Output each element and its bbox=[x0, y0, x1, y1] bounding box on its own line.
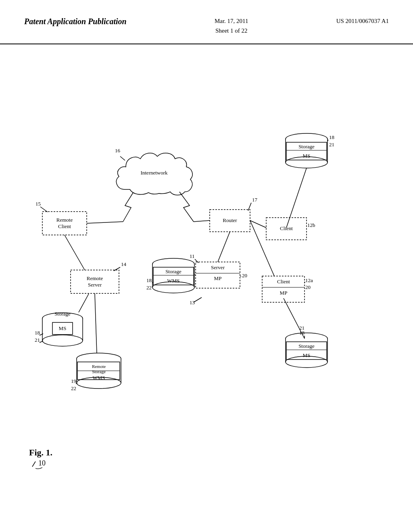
remote-server-label1: Remote bbox=[87, 275, 103, 281]
storage-ms-top-right: Storage MS 18 21 bbox=[286, 133, 334, 228]
storage-wms-center: Storage WMS 18 22 13 bbox=[146, 258, 202, 305]
ref-13: 13 bbox=[190, 299, 195, 305]
svg-line-0 bbox=[120, 156, 125, 160]
server-label: Server bbox=[211, 264, 225, 270]
remote-client-node: Remote Client 15 bbox=[35, 201, 123, 235]
ref-22-center: 22 bbox=[146, 285, 152, 291]
remote-client-label1: Remote bbox=[56, 217, 73, 223]
header: Patent Application Publication Mar. 17, … bbox=[0, 0, 413, 44]
ref-21-top-right: 21 bbox=[329, 141, 334, 148]
server-mp-node: Server MP 11 20 bbox=[190, 232, 247, 288]
storage-ms-bottom-right: Storage MS 18 21 bbox=[284, 298, 327, 368]
wms-label: WMS bbox=[92, 375, 105, 381]
ref-16: 16 bbox=[115, 148, 121, 154]
ref-20-server: 20 bbox=[242, 272, 247, 278]
ref-22-remote: 22 bbox=[71, 385, 76, 391]
storage-wms-center-label: Storage bbox=[165, 268, 181, 274]
svg-line-27 bbox=[95, 293, 97, 353]
svg-line-31 bbox=[240, 276, 241, 276]
ref-19: 19 bbox=[71, 378, 76, 384]
publication-date: Mar. 17, 2011 bbox=[215, 18, 248, 24]
ref-14: 14 bbox=[121, 261, 127, 267]
lightning-left bbox=[123, 193, 133, 222]
client-12b-label: Client bbox=[280, 225, 293, 231]
storage-ms-left-label: MS bbox=[59, 325, 67, 331]
wms-center-label: WMS bbox=[167, 278, 179, 284]
svg-line-3 bbox=[194, 220, 210, 222]
svg-line-9 bbox=[65, 235, 85, 270]
client-12a-node: Client MP 12a 20 bbox=[250, 220, 313, 302]
svg-line-5 bbox=[40, 207, 48, 212]
page: Patent Application Publication Mar. 17, … bbox=[0, 0, 413, 532]
ref-21-left: 21 bbox=[35, 337, 40, 343]
router-label: Router bbox=[223, 217, 237, 223]
patent-number: US 2011/0067037 A1 bbox=[336, 16, 389, 26]
ref-18-left: 18 bbox=[35, 330, 40, 336]
svg-line-58 bbox=[286, 168, 307, 228]
ref-11: 11 bbox=[190, 253, 195, 259]
svg-line-68 bbox=[32, 461, 35, 467]
remote-server-label2: Server bbox=[88, 282, 102, 288]
client-12b-node: Client 12b bbox=[250, 218, 315, 240]
internetwork-label: Internetwork bbox=[140, 170, 168, 176]
svg-line-42 bbox=[194, 297, 202, 302]
ref-12a: 12a bbox=[305, 277, 313, 283]
svg-line-67 bbox=[284, 298, 305, 339]
remote-server-node: Remote Server 14 bbox=[65, 235, 127, 293]
remote-storage-label2: Storage bbox=[92, 369, 106, 374]
fig-label: Fig. 1. bbox=[29, 447, 52, 457]
publication-title: Patent Application Publication bbox=[24, 16, 127, 27]
fig-number: 10 bbox=[38, 459, 46, 467]
ref-12b: 12b bbox=[307, 222, 315, 228]
ms-top-right-label: MS bbox=[303, 153, 311, 159]
svg-point-14 bbox=[42, 335, 83, 346]
storage-top-right-label: Storage bbox=[298, 143, 315, 150]
diagram-svg: Internetwork 16 Router 17 bbox=[0, 44, 413, 480]
client-12a-label: Client bbox=[277, 278, 290, 285]
svg-line-46 bbox=[250, 220, 274, 276]
svg-line-18 bbox=[79, 294, 89, 312]
ref-17: 17 bbox=[252, 197, 258, 203]
diagram-area: Internetwork 16 Router 17 bbox=[0, 44, 413, 480]
ref-15: 15 bbox=[35, 201, 41, 207]
ref-18-center: 18 bbox=[146, 277, 152, 283]
ms-bottom-right-label: MS bbox=[303, 352, 311, 358]
storage-bottom-right-label: Storage bbox=[298, 343, 315, 349]
storage-ms-left-storage: Storage bbox=[54, 311, 71, 317]
svg-line-32 bbox=[218, 232, 230, 262]
cloud-internetwork: Internetwork 16 bbox=[115, 148, 192, 195]
router-node: Router 17 bbox=[194, 197, 258, 232]
remote-client-label2: Client bbox=[58, 223, 71, 229]
header-center: Mar. 17, 2011 Sheet 1 of 22 bbox=[215, 16, 248, 35]
storage-ms-left: MS Storage 18 21 bbox=[35, 294, 89, 346]
sheet-info: Sheet 1 of 22 bbox=[215, 27, 248, 34]
ref-20-12a: 20 bbox=[305, 284, 311, 290]
ref-18-top-right: 18 bbox=[329, 134, 334, 140]
remote-storage-label: Remote bbox=[92, 364, 106, 369]
mp-label-12a: MP bbox=[280, 290, 288, 296]
mp-label-server: MP bbox=[214, 275, 222, 281]
svg-line-6 bbox=[87, 222, 123, 223]
lightning-right bbox=[179, 192, 194, 222]
